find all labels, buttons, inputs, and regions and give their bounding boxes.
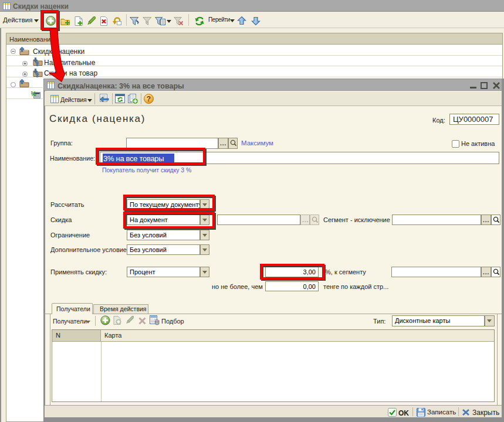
svg-text:%: % — [31, 90, 36, 97]
svg-text:?: ? — [147, 95, 151, 103]
